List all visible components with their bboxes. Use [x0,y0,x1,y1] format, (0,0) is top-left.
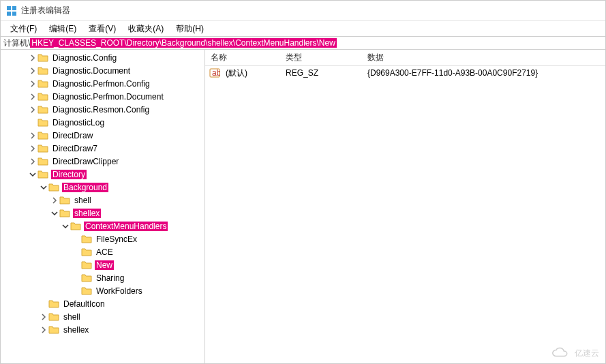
tree-node[interactable]: FileSyncEx [1,232,204,245]
tree-node[interactable]: DiagnosticLog [1,116,204,129]
chevron-right-icon[interactable] [50,197,59,204]
folder-icon [81,260,92,271]
menu-edit[interactable]: 编辑(E) [44,22,82,36]
tree-node-label: WorkFolders [95,286,144,296]
tree-node-label: Sharing [95,273,125,283]
value-row[interactable]: ab (默认) REG_SZ {D969A300-E7FF-11d0-A93B-… [205,66,605,80]
svg-rect-2 [7,12,11,16]
menu-file[interactable]: 文件(F) [5,22,42,36]
tree-node-label: Diagnostic.Resmon.Config [51,105,151,115]
tree-node[interactable]: ACE [1,245,204,258]
tree-node-label: Diagnostic.Document [51,66,132,76]
tree-node[interactable]: Diagnostic.Config [1,51,204,64]
tree-node[interactable]: Diagnostic.Perfmon.Config [1,77,204,90]
tree-node[interactable]: shell [1,310,204,323]
addressbar[interactable]: 计算机\ HKEY_CLASSES_ROOT\Directory\Backgro… [1,36,605,50]
tree-node[interactable]: New [1,258,204,271]
tree-node[interactable]: DirectDraw7 [1,142,204,155]
value-data: {D969A300-E7FF-11d0-A93B-00A0C90F2719} [362,68,605,78]
folder-icon [48,299,59,309]
tree-node-label: shellex [62,325,90,335]
folder-icon [48,182,59,193]
folder-icon [59,208,70,219]
folder-icon [37,52,48,63]
watermark-text: 亿速云 [575,348,599,359]
tree-node[interactable]: DefaultIcon [1,297,204,310]
folder-icon [37,156,48,167]
tree-node-label: shellex [73,209,101,218]
watermark: 亿速云 [550,346,599,360]
chevron-down-icon[interactable] [61,223,70,230]
chevron-right-icon[interactable] [28,158,37,165]
chevron-right-icon[interactable] [39,314,48,320]
folder-icon [37,117,48,128]
value-name: (默认) [220,67,280,79]
tree-node[interactable]: DirectDraw [1,129,204,142]
tree-node-label: Diagnostic.Perfmon.Document [51,92,165,102]
folder-icon [81,234,92,245]
tree-node[interactable]: shellex [1,207,204,219]
folder-icon [37,78,48,89]
chevron-right-icon[interactable] [28,132,37,139]
tree-node-label: DiagnosticLog [51,118,106,127]
chevron-right-icon[interactable] [28,93,37,100]
folder-icon [37,104,48,115]
window-title: 注册表编辑器 [21,5,70,16]
svg-rect-1 [12,6,16,10]
column-data[interactable]: 数据 [362,52,605,63]
string-value-icon: ab [209,67,220,78]
values-body: ab (默认) REG_SZ {D969A300-E7FF-11d0-A93B-… [205,66,605,363]
tree-node-label: Diagnostic.Perfmon.Config [51,79,151,89]
folder-icon [37,143,48,154]
chevron-right-icon[interactable] [28,55,37,61]
svg-text:ab: ab [212,68,220,78]
tree-node[interactable]: Diagnostic.Document [1,64,204,77]
folder-icon [81,273,92,284]
chevron-right-icon[interactable] [28,80,37,87]
registry-editor-window: 注册表编辑器 文件(F) 编辑(E) 查看(V) 收藏夹(A) 帮助(H) 计算… [0,0,606,364]
folder-icon [37,169,48,180]
column-name[interactable]: 名称 [205,52,280,63]
tree-node-label: DefaultIcon [62,299,106,309]
tree-node[interactable]: shellex [1,323,204,336]
chevron-down-icon[interactable] [50,210,59,217]
column-type[interactable]: 类型 [280,52,362,63]
app-icon [6,5,17,16]
cloud-icon [550,346,571,360]
chevron-down-icon[interactable] [39,184,48,191]
menu-view[interactable]: 查看(V) [83,22,121,36]
folder-icon [81,247,92,258]
tree-node-label: New [95,260,114,270]
content-area: Diagnostic.ConfigDiagnostic.DocumentDiag… [1,50,605,363]
tree-node-label: shell [62,312,82,322]
tree-node[interactable]: Background [1,181,204,194]
tree-node[interactable]: Sharing [1,271,204,284]
chevron-down-icon[interactable] [28,171,37,178]
menu-favorites[interactable]: 收藏夹(A) [123,22,169,36]
tree-node-label: shell [73,196,93,205]
tree-node[interactable]: Directory [1,168,204,181]
tree-node[interactable]: DirectDrawClipper [1,155,204,168]
tree-node-label: ContextMenuHandlers [84,222,168,231]
tree-node-label: Diagnostic.Config [51,53,118,63]
chevron-right-icon[interactable] [39,327,48,333]
tree-pane[interactable]: Diagnostic.ConfigDiagnostic.DocumentDiag… [1,50,205,363]
values-pane: 名称 类型 数据 ab (默认) REG_SZ {D969A300-E7FF-1… [205,50,605,363]
chevron-right-icon[interactable] [28,67,37,74]
folder-icon [70,221,81,232]
tree-node[interactable]: WorkFolders [1,284,204,297]
chevron-right-icon[interactable] [28,106,37,113]
folder-icon [59,195,70,206]
tree-node[interactable]: shell [1,194,204,207]
values-header: 名称 类型 数据 [205,50,605,66]
tree-node[interactable]: Diagnostic.Resmon.Config [1,103,204,116]
tree-node[interactable]: Diagnostic.Perfmon.Document [1,90,204,103]
chevron-right-icon[interactable] [28,145,37,152]
menu-help[interactable]: 帮助(H) [170,22,209,36]
folder-icon [48,324,59,335]
tree-node-label: Background [62,183,108,192]
folder-icon [37,91,48,102]
folder-icon [81,286,92,297]
folder-icon [37,65,48,76]
tree-node[interactable]: ContextMenuHandlers [1,219,204,232]
